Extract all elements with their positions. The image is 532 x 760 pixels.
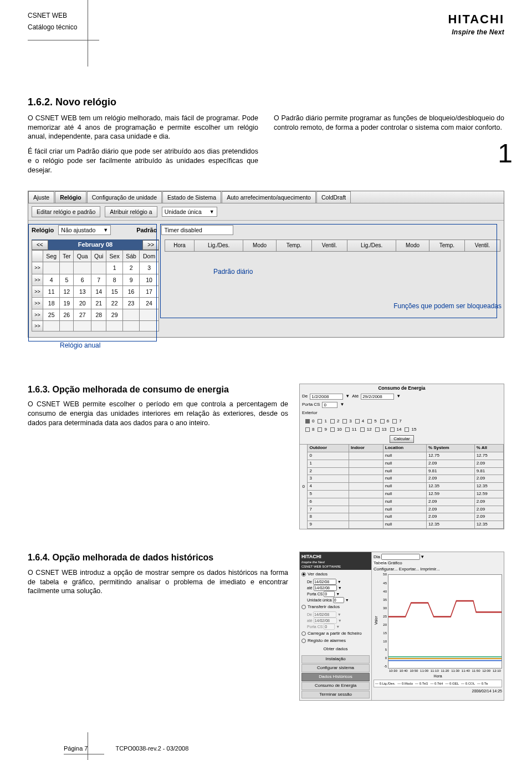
exportar-button[interactable]: Exportar... <box>399 567 419 572</box>
radio-carregar[interactable] <box>301 631 306 636</box>
para-162-1: O CSNET WEB tem um relógio melhorado, ma… <box>28 114 258 142</box>
section-heading-164: 1.6.4. Opção melhorada de dados históric… <box>28 552 288 564</box>
screenshot-dados-historicos: HITACHI Inspire the Next CSNET WEB SOFTW… <box>299 552 504 701</box>
page-header: CSNET WEB Catálogo técnico HITACHI Inspi… <box>28 11 504 45</box>
chevron-down-icon[interactable]: ▼ <box>345 394 350 400</box>
tab-auto-arref[interactable]: Auto arrefecimento/aquecimento <box>222 191 316 203</box>
consumo-table: OutdoorIndoorLocation% System% All 0null… <box>307 444 504 529</box>
screenshot-novo-relogio: Ajuste Relógio Configuração de unidade E… <box>28 191 504 338</box>
para-162-3: O Padrão diário permite programar as fun… <box>274 114 504 132</box>
hitachi-logo: HITACHI <box>448 11 504 28</box>
radio-ver-dados[interactable] <box>301 572 306 577</box>
para-164-1: O CSNET WEB introduz a opção de mostrar … <box>28 568 288 596</box>
chapter-number: 1 <box>498 136 513 172</box>
annotation-relogio-anual: Relógio anual <box>60 341 504 350</box>
nav-consumo[interactable]: Consumo de Energia <box>301 682 370 690</box>
nav-configurar[interactable]: Configurar sistema <box>301 664 370 672</box>
doc-ref: TCPO0038-rev.2 - 03/2008 <box>115 744 188 753</box>
configurar-button[interactable]: Configurar... <box>374 567 398 572</box>
page-number: Página 7 <box>64 744 104 754</box>
screenshot-consumo-energia: Consumo de Energia De ▼ Até ▼ Porta CS ▼ <box>299 384 504 529</box>
tab-ajuste[interactable]: Ajuste <box>28 191 54 203</box>
section-heading-163: 1.6.3. Opção melhorada de consumo de ene… <box>28 384 288 396</box>
chevron-down-icon[interactable]: ▼ <box>396 394 401 400</box>
tab-colddraft[interactable]: ColdDraft <box>316 191 351 203</box>
header-subtitle: Catálogo técnico <box>28 23 77 32</box>
page-footer: Página 7 TCPO0038-rev.2 - 03/2008 <box>64 744 532 754</box>
tab-relogio[interactable]: Relógio <box>55 191 86 203</box>
porta-input[interactable] <box>322 402 337 408</box>
subtab-atribuir[interactable]: Atribuir relógio a <box>105 206 157 217</box>
de-input[interactable] <box>310 394 343 400</box>
timestamp: 2008/02/14 14:25 <box>374 688 502 693</box>
nav-terminar[interactable]: Terminar sessão <box>301 691 370 699</box>
radio-registo[interactable] <box>301 639 306 643</box>
imprimir-button[interactable]: Imprimir... <box>421 567 440 572</box>
tab-grafico[interactable]: Gráfico <box>388 560 402 565</box>
radio-transferir[interactable] <box>301 605 306 609</box>
tab-config-unidade[interactable]: Configuração de unidade <box>87 191 162 203</box>
para-163-1: O CSNET WEB permite escolher o período e… <box>28 400 288 428</box>
chevron-down-icon[interactable]: ▼ <box>340 402 344 408</box>
section-heading-162: 1.6.2. Novo relógio <box>28 95 504 109</box>
para-162-2: É fácil criar um Padrão diário que pode … <box>28 147 258 175</box>
nav-instalacao[interactable]: Instalação <box>301 655 370 664</box>
tab-tabela[interactable]: Tabela <box>374 560 387 565</box>
tab-estado-sistema[interactable]: Estado de Sistema <box>162 191 221 203</box>
ate-input[interactable] <box>361 394 394 400</box>
main-tabs: Ajuste Relógio Configuração de unidade E… <box>28 191 504 203</box>
nav-dados-historicos[interactable]: Dados Históricos <box>301 673 370 681</box>
subtab-editar[interactable]: Editar relógio e padrão <box>32 206 100 217</box>
calcular-button[interactable]: Calcular <box>390 435 413 443</box>
history-chart <box>388 574 502 669</box>
unit-select[interactable]: Unidade única▼ <box>162 207 217 217</box>
chart-legend: — 0.Lig./Des. — 0.Modo — 0.TsG — 0.TsH —… <box>374 680 502 687</box>
chevron-down-icon: ▼ <box>209 208 214 215</box>
header-title: CSNET WEB <box>28 11 77 20</box>
hitachi-tagline: Inspire the Next <box>448 28 504 37</box>
obter-dados-button[interactable]: Obter dados <box>323 646 347 651</box>
